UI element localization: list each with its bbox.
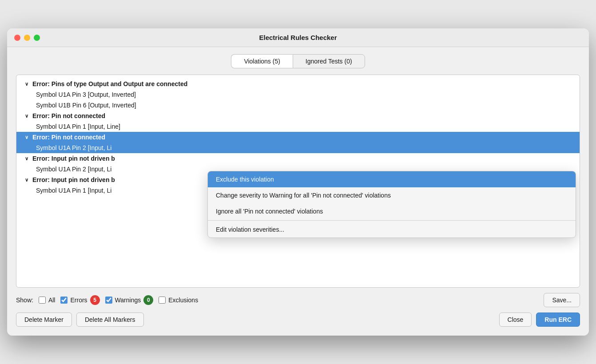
warnings-checkbox-group: Warnings 0 xyxy=(105,295,154,305)
close-button-action[interactable]: Close xyxy=(499,313,532,327)
errors-badge: 5 xyxy=(90,295,100,305)
chevron-icon-v3: ∨ xyxy=(24,135,30,140)
violation-label-v1: Error: Pins of type Output and Output ar… xyxy=(32,80,187,87)
violation-label-v2a: Symbol U1A Pin 1 [Input, Line] xyxy=(36,123,120,130)
errors-checkbox-group: Errors 5 xyxy=(60,295,99,305)
violation-row-v2a[interactable]: Symbol U1A Pin 1 [Input, Line] xyxy=(16,121,580,132)
chevron-icon-v4: ∨ xyxy=(24,156,30,162)
context-menu: Exclude this violation Change severity t… xyxy=(207,171,576,238)
errors-label: Errors xyxy=(70,297,87,304)
maximize-button[interactable] xyxy=(34,35,40,41)
tab-bar: Violations (5) Ignored Tests (0) xyxy=(16,54,580,68)
delete-all-markers-button[interactable]: Delete All Markers xyxy=(76,313,144,327)
violation-row-v1b[interactable]: Symbol U1B Pin 6 [Output, Inverted] xyxy=(16,100,580,111)
all-label: All xyxy=(48,297,56,304)
show-label: Show: xyxy=(16,297,33,304)
warnings-label: Warnings xyxy=(115,297,141,304)
violation-label-v1a: Symbol U1A Pin 3 [Output, Inverted] xyxy=(36,91,136,98)
close-button[interactable] xyxy=(14,35,20,41)
violation-label-v2: Error: Pin not connected xyxy=(32,112,105,119)
all-checkbox-group: All xyxy=(39,297,56,304)
context-menu-item-change-severity[interactable]: Change severity to Warning for all 'Pin … xyxy=(208,187,576,203)
exclusions-checkbox-group: Exclusions xyxy=(159,297,198,304)
chevron-icon-v2: ∨ xyxy=(24,113,30,119)
warnings-badge: 0 xyxy=(143,295,153,305)
main-window: Electrical Rules Checker Violations (5) … xyxy=(7,28,589,336)
action-row: Delete Marker Delete All Markers Close R… xyxy=(16,313,580,327)
run-erc-button[interactable]: Run ERC xyxy=(536,313,580,327)
violation-row-v1[interactable]: ∨ Error: Pins of type Output and Output … xyxy=(16,79,580,89)
exclusions-label: Exclusions xyxy=(168,297,198,304)
violation-row-v1a[interactable]: Symbol U1A Pin 3 [Output, Inverted] xyxy=(16,89,580,100)
violation-row-v3a[interactable]: Symbol U1A Pin 2 [Input, Li xyxy=(16,142,580,153)
exclusions-checkbox[interactable] xyxy=(159,297,166,304)
window-title: Electrical Rules Checker xyxy=(259,34,337,41)
context-menu-item-edit-severities[interactable]: Edit violation severities... xyxy=(208,222,576,237)
violation-label-v3a: Symbol U1A Pin 2 [Input, Li xyxy=(36,144,111,151)
violation-row-v3[interactable]: ∨ Error: Pin not connected xyxy=(16,132,580,142)
violation-row-v4[interactable]: ∨ Error: Input pin not driven b xyxy=(16,153,580,164)
tab-ignored-tests[interactable]: Ignored Tests (0) xyxy=(293,54,365,68)
chevron-icon-v1: ∨ xyxy=(24,81,30,87)
tab-violations[interactable]: Violations (5) xyxy=(231,54,292,68)
violations-list: ∨ Error: Pins of type Output and Output … xyxy=(16,75,580,288)
minimize-button[interactable] xyxy=(24,35,30,41)
violation-label-v4: Error: Input pin not driven b xyxy=(32,155,115,162)
context-menu-divider xyxy=(208,220,576,221)
violation-label-v3: Error: Pin not connected xyxy=(32,134,105,141)
violation-label-v4a: Symbol U1A Pin 2 [Input, Li xyxy=(36,166,111,173)
all-checkbox[interactable] xyxy=(39,297,46,304)
window-body: Violations (5) Ignored Tests (0) ∨ Error… xyxy=(7,47,589,336)
warnings-checkbox[interactable] xyxy=(105,297,112,304)
violation-label-v5: Error: Input pin not driven b xyxy=(32,176,115,183)
titlebar: Electrical Rules Checker xyxy=(7,28,589,47)
traffic-lights xyxy=(14,35,40,41)
errors-checkbox[interactable] xyxy=(60,297,68,304)
context-menu-item-exclude[interactable]: Exclude this violation xyxy=(208,171,576,187)
delete-marker-button[interactable]: Delete Marker xyxy=(16,313,72,327)
violation-label-v5a: Symbol U1A Pin 1 [Input, Li xyxy=(36,187,111,194)
violation-label-v1b: Symbol U1B Pin 6 [Output, Inverted] xyxy=(36,102,136,109)
chevron-icon-v5: ∨ xyxy=(24,177,30,183)
bottom-bar: Show: All Errors 5 Warnings 0 Exclusions… xyxy=(16,293,580,307)
context-menu-item-ignore-all[interactable]: Ignore all 'Pin not connected' violation… xyxy=(208,203,576,219)
save-button[interactable]: Save... xyxy=(544,293,580,307)
violation-row-v2[interactable]: ∨ Error: Pin not connected xyxy=(16,111,580,121)
